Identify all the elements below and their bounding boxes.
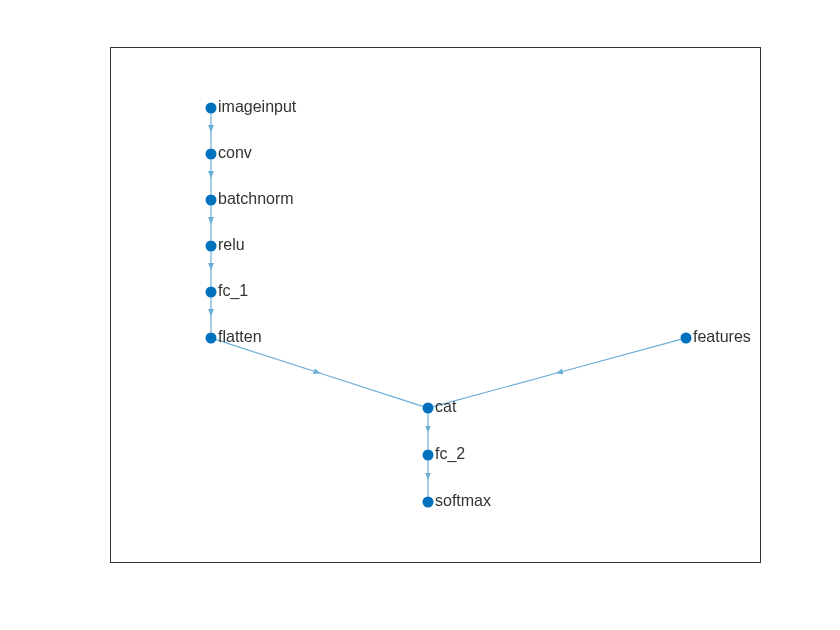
node-label-batchnorm: batchnorm — [218, 190, 294, 208]
node-imageinput — [206, 103, 217, 114]
node-label-conv: conv — [218, 144, 252, 162]
node-label-cat: cat — [435, 398, 456, 416]
node-softmax — [423, 497, 434, 508]
node-relu — [206, 241, 217, 252]
node-fc_1 — [206, 287, 217, 298]
node-conv — [206, 149, 217, 160]
node-flatten — [206, 333, 217, 344]
node-batchnorm — [206, 195, 217, 206]
node-label-softmax: softmax — [435, 492, 491, 510]
network-graph-svg — [110, 47, 761, 563]
node-label-fc_2: fc_2 — [435, 445, 465, 463]
node-label-features: features — [693, 328, 751, 346]
node-fc_2 — [423, 450, 434, 461]
edge-features-to-cat — [557, 339, 681, 373]
node-cat — [423, 403, 434, 414]
node-label-flatten: flatten — [218, 328, 262, 346]
node-label-relu: relu — [218, 236, 245, 254]
node-label-imageinput: imageinput — [218, 98, 296, 116]
node-features — [681, 333, 692, 344]
node-label-fc_1: fc_1 — [218, 282, 248, 300]
edge-flatten-to-cat-tail — [320, 373, 423, 406]
edges-group — [211, 114, 681, 497]
